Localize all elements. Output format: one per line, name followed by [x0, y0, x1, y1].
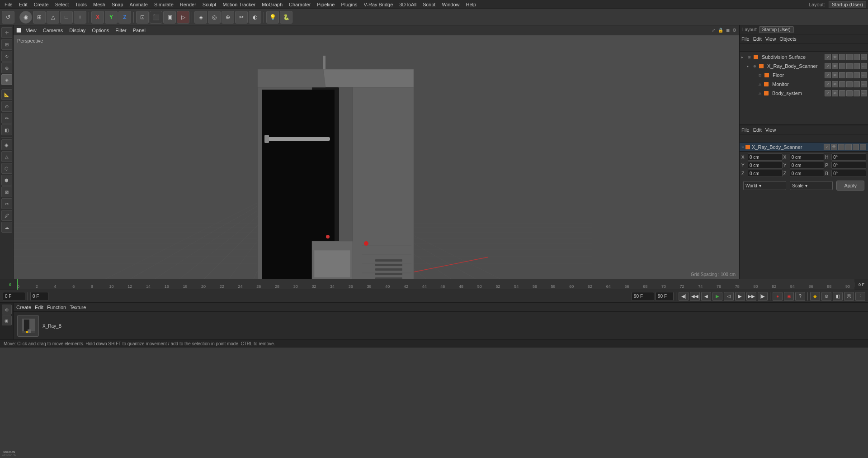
- axis-x-button[interactable]: X: [91, 11, 104, 24]
- tool-measure[interactable]: 📐: [1, 89, 12, 100]
- pb-render-preview-button[interactable]: ◧: [833, 292, 843, 301]
- obj-menu-file[interactable]: File: [741, 36, 750, 42]
- knife-tool-button[interactable]: ✂: [235, 11, 248, 24]
- obj-icon-r-4[interactable]: [839, 90, 845, 96]
- render-region-button[interactable]: ⊡: [136, 11, 149, 24]
- menu-script[interactable]: Script: [420, 1, 438, 8]
- obj-icon-v-4[interactable]: 👁: [832, 90, 838, 96]
- menu-help[interactable]: Help: [463, 1, 479, 8]
- obj-icon-m-1[interactable]: [846, 63, 853, 69]
- menu-render[interactable]: Render: [177, 1, 199, 8]
- obj-row-scanner[interactable]: ▸ ⊕ X_Ray_Body_Scanner ✓ 👁 ⋯: [740, 62, 868, 71]
- vp-icon-expand[interactable]: ⤢: [712, 28, 715, 33]
- pb-record-active-button[interactable]: ◉: [784, 292, 794, 301]
- vp-icon-render[interactable]: ◼: [726, 28, 730, 33]
- python-button[interactable]: 🐍: [280, 11, 292, 24]
- obj-icon-r-0[interactable]: [839, 54, 845, 60]
- obj-icon-v-2[interactable]: 👁: [832, 72, 838, 78]
- obj-icon-dots-4[interactable]: ⋯: [861, 90, 867, 96]
- asset-menu-texture[interactable]: Texture: [70, 305, 86, 310]
- tool-rotate[interactable]: ↻: [1, 51, 12, 62]
- menu-sculpt[interactable]: Sculpt: [200, 1, 219, 8]
- obj-icon-v-3[interactable]: 👁: [832, 81, 838, 87]
- menu-animate[interactable]: Animate: [127, 1, 151, 8]
- obj-menu-objects[interactable]: Objects: [779, 36, 796, 42]
- pb-fps-value[interactable]: 90 F: [656, 292, 674, 301]
- pb-play-reverse-button[interactable]: ◁: [724, 292, 734, 301]
- viewport-canvas[interactable]: X Y: [14, 35, 739, 279]
- obj-row-monitor[interactable]: △ Monitor ✓ 👁 ⋯: [740, 80, 868, 89]
- obj-icon-l-1[interactable]: [854, 63, 860, 69]
- vp-menu-panel[interactable]: Panel: [131, 27, 147, 34]
- vp-menu-filter[interactable]: Filter: [113, 27, 128, 34]
- mode-add-button[interactable]: +: [74, 11, 86, 24]
- coord-x-pos-field[interactable]: 0 cm: [748, 153, 783, 161]
- tool-sculpt-2[interactable]: 🖊: [1, 210, 12, 221]
- record-button[interactable]: ⬛: [150, 11, 162, 24]
- attr-selected-object[interactable]: ⊕ X_Ray_Body_Scanner ✓ 👁 ⋯: [740, 143, 868, 152]
- undo-button[interactable]: ↺: [2, 11, 14, 24]
- pb-next-key-button[interactable]: ▶▶: [746, 292, 756, 301]
- coord-y-pos-field[interactable]: 0 cm: [748, 162, 783, 169]
- menu-motion-tracker[interactable]: Motion Tracker: [220, 1, 258, 8]
- light-button[interactable]: 💡: [266, 11, 279, 24]
- pb-play-button[interactable]: ▶: [712, 292, 722, 301]
- record-active-button[interactable]: ▣: [163, 11, 176, 24]
- viewport-solo-button[interactable]: ◈: [194, 11, 207, 24]
- attr-icon-eye[interactable]: 👁: [831, 144, 837, 150]
- menu-vray[interactable]: V-Ray Bridge: [361, 1, 396, 8]
- apply-button[interactable]: Apply: [836, 181, 864, 191]
- coord-z2-field[interactable]: 0 cm: [790, 170, 825, 177]
- obj-icon-l-4[interactable]: [854, 90, 860, 96]
- obj-menu-edit[interactable]: Edit: [753, 36, 762, 42]
- tool-transform[interactable]: ⊕: [1, 62, 12, 73]
- obj-icon-s-2[interactable]: ✓: [825, 72, 831, 78]
- obj-icon-dots-1[interactable]: ⋯: [861, 63, 867, 69]
- vp-menu-options[interactable]: Options: [90, 27, 111, 34]
- tool-lasso[interactable]: ⊙: [1, 101, 12, 112]
- pb-record-button[interactable]: ●: [773, 292, 783, 301]
- tool-knife[interactable]: ✂: [1, 198, 12, 209]
- obj-icon-r-3[interactable]: [839, 81, 845, 87]
- asset-tool-1[interactable]: ⊕: [2, 305, 12, 315]
- menu-mesh[interactable]: Mesh: [90, 1, 108, 8]
- obj-icon-l-0[interactable]: [854, 54, 860, 60]
- render-button[interactable]: ▷: [177, 11, 189, 24]
- menu-snap[interactable]: Snap: [109, 1, 126, 8]
- obj-icon-l-3[interactable]: [854, 81, 860, 87]
- menu-pipeline[interactable]: Pipeline: [314, 1, 337, 8]
- asset-menu-create[interactable]: Create: [16, 305, 31, 310]
- obj-icon-s-0[interactable]: ✓: [825, 54, 831, 60]
- coord-b-field[interactable]: 0°: [831, 170, 866, 177]
- timeline-ruler[interactable]: 0246810121416182022242628303234363840424…: [17, 279, 854, 290]
- tool-bevel[interactable]: ⬢: [1, 175, 12, 186]
- axis-z-button[interactable]: Z: [118, 11, 131, 24]
- pb-start-button[interactable]: ◀|: [679, 292, 689, 301]
- menu-select[interactable]: Select: [52, 1, 72, 8]
- tool-brush[interactable]: ☁: [1, 222, 12, 233]
- tool-snap-points[interactable]: ◉: [1, 139, 12, 150]
- pb-prev-key-button[interactable]: ◀◀: [690, 292, 700, 301]
- axis-y-button[interactable]: Y: [105, 11, 118, 24]
- vp-menu-cameras[interactable]: Cameras: [41, 27, 65, 34]
- pb-question-button[interactable]: ?: [795, 292, 805, 301]
- obj-icon-dots-0[interactable]: ⋯: [861, 54, 867, 60]
- menu-window[interactable]: Window: [439, 1, 462, 8]
- coord-x2-field[interactable]: 0 cm: [790, 153, 825, 161]
- attr-icon-check[interactable]: ✓: [824, 144, 830, 150]
- asset-menu-edit[interactable]: Edit: [35, 305, 43, 310]
- obj-icon-m-0[interactable]: [846, 54, 853, 60]
- tool-scale[interactable]: ⊞: [1, 39, 12, 50]
- pb-motion-button[interactable]: ⊙: [821, 292, 831, 301]
- mode-polygons-button[interactable]: □: [60, 11, 73, 24]
- obj-icon-s-4[interactable]: ✓: [825, 90, 831, 96]
- mode-points-button[interactable]: ⊞: [33, 11, 46, 24]
- menu-tools[interactable]: Tools: [72, 1, 90, 8]
- obj-row-body-system[interactable]: △ Body_system ✓ 👁 ⋯: [740, 89, 868, 98]
- vp-icon-settings[interactable]: ⚙: [732, 28, 736, 33]
- pb-dots-button[interactable]: ⋮: [855, 292, 865, 301]
- 3d-viewport[interactable]: ⬜ View Cameras Display Options Filter Pa…: [14, 25, 739, 279]
- pb-prev-frame-button[interactable]: ◀: [701, 292, 711, 301]
- coord-z-pos-field[interactable]: 0 cm: [748, 170, 783, 177]
- pb-end-button[interactable]: |▶: [758, 292, 768, 301]
